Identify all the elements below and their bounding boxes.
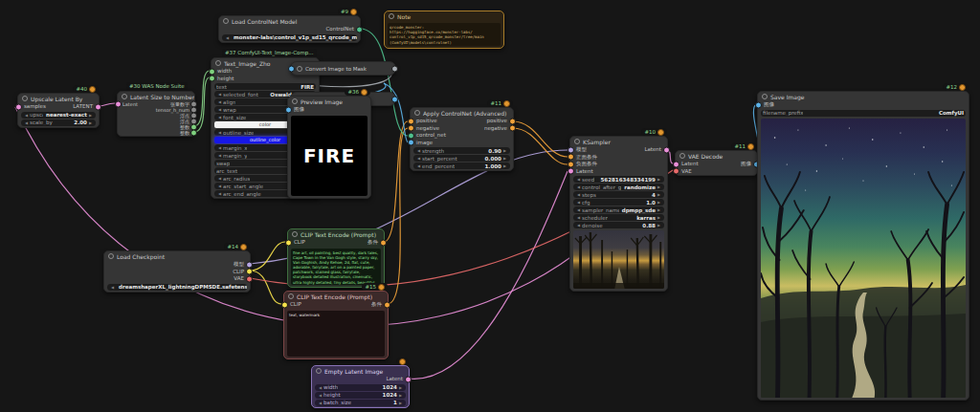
output-port-latent[interactable] (95, 103, 101, 110)
increment-arrow-icon[interactable] (656, 176, 662, 183)
note-text[interactable]: qrcode_monster: https://huggingface.co/m… (388, 23, 501, 46)
input-port-vae[interactable] (673, 168, 679, 175)
decrement-arrow-icon[interactable] (216, 91, 223, 98)
decrement-arrow-icon[interactable] (575, 199, 582, 206)
decrement-arrow-icon[interactable] (23, 112, 30, 119)
widget-strength[interactable]: strength0.90 (413, 147, 510, 154)
increment-arrow-icon[interactable] (656, 222, 662, 228)
node-save-image[interactable]: #12 Save Image 图像 filename_prefixComfyUI (757, 91, 969, 401)
prompt-textarea[interactable]: fine art, oil painting, best quality, da… (291, 249, 381, 285)
decrement-arrow-icon[interactable] (216, 106, 223, 113)
input-port-control-net[interactable] (408, 132, 414, 139)
decrement-arrow-icon[interactable] (575, 206, 582, 213)
input-port-latent[interactable] (673, 161, 679, 167)
decrement-arrow-icon[interactable] (415, 155, 422, 162)
node-empty-latent-image[interactable]: Empty Latent Image Latent width1024 heig… (311, 365, 410, 408)
node-apply-controlnet[interactable]: #11 Apply ControlNet (Advanced) positive… (410, 107, 514, 171)
widget-ckpt-name[interactable]: ckpt_namedreamshaperXL_lightningDPMSDE.s… (107, 284, 247, 291)
collapse-icon[interactable] (215, 60, 221, 66)
input-port-negative[interactable] (568, 161, 574, 167)
decrement-arrow-icon[interactable] (216, 114, 223, 120)
output-port-image[interactable] (391, 96, 398, 102)
widget-width[interactable]: width1024 (315, 384, 406, 391)
collapse-icon[interactable] (292, 231, 298, 237)
collapse-icon[interactable] (292, 98, 298, 104)
decrement-arrow-icon[interactable] (216, 183, 223, 189)
decrement-arrow-icon[interactable] (575, 214, 582, 221)
output-port-controlnet[interactable] (356, 26, 363, 33)
collapse-icon[interactable] (574, 139, 580, 144)
increment-arrow-icon[interactable] (656, 206, 662, 213)
collapse-icon[interactable] (679, 153, 685, 159)
decrement-arrow-icon[interactable] (415, 147, 422, 154)
increment-arrow-icon[interactable] (656, 214, 662, 221)
widget-scheduler[interactable]: schedulerkarras (573, 214, 664, 221)
widget-sampler-name[interactable]: sampler_namedpmpp_sde (573, 206, 664, 213)
widget-start-percent[interactable]: start_percent0.000 (413, 155, 510, 162)
widget-text[interactable]: textFIRE (214, 83, 316, 90)
widget-height[interactable]: height1024 (315, 392, 406, 399)
output-port-mask[interactable] (391, 65, 398, 72)
collapse-icon[interactable] (297, 66, 302, 72)
increment-arrow-icon[interactable] (397, 384, 404, 391)
node-upscale-latent-by[interactable]: #40 Upscale Latent By samplesLATENT upsc… (17, 93, 100, 128)
collapse-icon[interactable] (762, 94, 768, 99)
node-preview-image[interactable]: #36 Preview Image 图像 FIRE (287, 96, 371, 199)
widget-denoise[interactable]: denoise0.88 (573, 222, 664, 228)
output-port-int[interactable] (190, 130, 197, 137)
decrement-arrow-icon[interactable] (575, 222, 582, 228)
widget-filename-prefix[interactable]: filename_prefixComfyUI (761, 110, 966, 117)
node-note[interactable]: Note qrcode_monster: https://huggingface… (384, 11, 504, 49)
increment-arrow-icon[interactable] (87, 119, 94, 126)
collapse-icon[interactable] (316, 368, 322, 374)
increment-arrow-icon[interactable] (397, 400, 404, 406)
increment-arrow-icon[interactable] (397, 392, 404, 399)
decrement-arrow-icon[interactable] (216, 129, 223, 136)
input-port-image[interactable] (285, 106, 292, 113)
decrement-arrow-icon[interactable] (216, 175, 223, 182)
node-load-checkpoint[interactable]: #14 Load Checkpoint 模型 CLIP VAE ckpt_nam… (103, 250, 251, 293)
collapse-icon[interactable] (22, 96, 28, 101)
input-port-clip[interactable] (285, 239, 292, 246)
decrement-arrow-icon[interactable] (575, 184, 582, 190)
decrement-arrow-icon[interactable] (109, 284, 116, 291)
decrement-arrow-icon[interactable] (575, 191, 582, 198)
widget-control-net-name[interactable]: control_net_namemonster-labs\control_v1p… (222, 34, 357, 41)
collapse-icon[interactable] (414, 110, 420, 116)
input-port-image[interactable] (755, 101, 762, 108)
output-port-latent[interactable] (663, 146, 670, 153)
output-port-clip[interactable] (246, 269, 253, 275)
node-latent-size-to-number[interactable]: Latent Size to Number Latent张量数字 tensor_… (117, 91, 195, 137)
decrement-arrow-icon[interactable] (317, 392, 323, 399)
input-port-positive[interactable] (568, 154, 574, 161)
input-port-samples[interactable] (15, 103, 22, 110)
output-port-model[interactable] (246, 261, 253, 268)
node-clip-text-encode-negative[interactable]: #15 CLIP Text Encode (Prompt) CLIP条件 tex… (283, 291, 389, 359)
output-port-positive[interactable] (509, 118, 516, 124)
collapse-icon[interactable] (108, 253, 114, 259)
output-port-vae[interactable] (246, 275, 253, 282)
collapse-icon[interactable] (288, 293, 294, 299)
increment-arrow-icon[interactable] (501, 155, 508, 162)
increment-arrow-icon[interactable] (656, 191, 662, 198)
node-convert-image-to-mask[interactable]: Convert Image to Mask (290, 61, 396, 76)
input-port-positive[interactable] (408, 118, 414, 124)
widget-end-percent[interactable]: end_percent1.000 (413, 163, 510, 169)
output-port-latent[interactable] (405, 376, 412, 382)
node-vae-decode[interactable]: #11 VAE Decode Latent图像 VAE (675, 150, 758, 176)
output-port-conditioning[interactable] (384, 301, 390, 308)
decrement-arrow-icon[interactable] (216, 144, 223, 151)
input-port-width[interactable] (209, 68, 215, 75)
input-port-image[interactable] (408, 140, 414, 146)
widget-steps[interactable]: steps4 (573, 191, 664, 198)
prompt-textarea[interactable]: text, watermark (287, 311, 385, 357)
decrement-arrow-icon[interactable] (317, 400, 323, 406)
increment-arrow-icon[interactable] (656, 184, 662, 190)
increment-arrow-icon[interactable] (501, 163, 508, 169)
widget-scale-by[interactable]: scale_by2.00 (21, 119, 96, 126)
output-port-negative[interactable] (509, 125, 516, 132)
collapse-icon[interactable] (223, 18, 229, 24)
widget-seed[interactable]: seed562816348334199 (573, 176, 664, 183)
widget-upscale-method[interactable]: upscale_methodnearest-exact (21, 112, 96, 119)
input-port-clip[interactable] (281, 301, 288, 308)
